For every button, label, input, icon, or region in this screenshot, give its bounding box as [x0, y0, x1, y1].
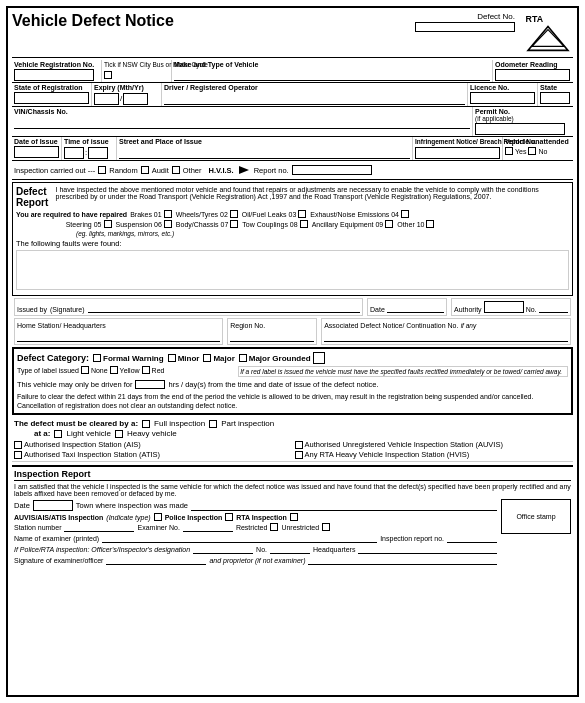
repair-oil-cb[interactable] — [298, 210, 306, 218]
date-issue-label: Date of Issue — [14, 138, 59, 145]
state-input[interactable] — [540, 92, 570, 104]
station-label: Station number — [14, 524, 61, 531]
vehicle-reg-label: Vehicle Registration No. — [14, 61, 99, 68]
faults-area[interactable] — [16, 250, 569, 290]
drive-hrs-input[interactable] — [135, 380, 165, 389]
part-inspection-checkbox[interactable] — [209, 420, 217, 428]
police-insp-cb[interactable] — [225, 513, 233, 521]
vin-input[interactable] — [14, 119, 470, 129]
random-checkbox[interactable] — [98, 166, 106, 174]
office-stamp-label: Office stamp — [516, 513, 555, 520]
home-station-label: Home Station/ Headquarters — [17, 322, 106, 329]
expiry-month-input[interactable] — [94, 93, 119, 105]
auvis-checkbox[interactable] — [295, 441, 303, 449]
heavy-vehicle-checkbox[interactable] — [115, 430, 123, 438]
tick-checkbox[interactable] — [104, 71, 112, 79]
sig-no-label: No. — [526, 306, 537, 313]
vehicle-reg-input[interactable] — [14, 69, 94, 81]
audit-checkbox[interactable] — [141, 166, 149, 174]
home-station-input[interactable] — [17, 332, 220, 342]
formal-warning-checkbox[interactable] — [93, 354, 101, 362]
repair-tow-cb[interactable] — [300, 220, 308, 228]
authority-input[interactable] — [484, 301, 524, 313]
repair-steering-cb[interactable] — [104, 220, 112, 228]
report-no-input[interactable] — [292, 165, 372, 175]
state-reg-input[interactable] — [14, 92, 89, 104]
inspection-report-title: Inspection Report — [14, 469, 571, 481]
town-input[interactable] — [191, 500, 497, 511]
permit-input[interactable] — [475, 123, 565, 135]
infringement-input[interactable] — [415, 147, 500, 159]
sig-officer-input[interactable] — [106, 555, 206, 565]
make-type-input[interactable] — [174, 72, 490, 81]
officer-no-input[interactable] — [270, 544, 310, 554]
repair-other-cb[interactable] — [426, 220, 434, 228]
associated-label: Associated Defect Notice/ Continuation N… — [324, 322, 458, 329]
if-any-label: if any — [461, 322, 477, 329]
clear-defect-title: The defect must be cleared by a: — [14, 419, 138, 428]
proprietor-input[interactable] — [308, 555, 497, 565]
repair-exhaust-label: Exhaust/Noise Emissions 04 — [310, 211, 399, 218]
yes-checkbox[interactable] — [505, 147, 513, 155]
page-title: Vehicle Defect Notice — [12, 12, 174, 30]
part-inspection-label: Part inspection — [221, 419, 274, 428]
repair-ancillary-cb[interactable] — [385, 220, 393, 228]
none-checkbox[interactable] — [81, 366, 89, 374]
repair-other-label: Other 10 — [397, 221, 424, 228]
repair-suspension-cb[interactable] — [164, 220, 172, 228]
major-checkbox[interactable] — [203, 354, 211, 362]
insp-date-input[interactable] — [33, 500, 73, 511]
station-input[interactable] — [64, 522, 134, 532]
time-hour-input[interactable] — [64, 147, 84, 159]
ais-checkbox[interactable] — [14, 441, 22, 449]
auvis-ais-atis-cb[interactable] — [154, 513, 162, 521]
make-type-label: Make and Type of Vehicle — [174, 61, 490, 68]
major-grounded-checkbox[interactable] — [239, 354, 247, 362]
region-input[interactable] — [230, 332, 314, 342]
arrow-icon — [237, 163, 251, 177]
repair-body-cb[interactable] — [230, 220, 238, 228]
odometer-input[interactable] — [495, 69, 570, 81]
insp-report-no-input[interactable] — [447, 533, 497, 543]
rta-insp-cb[interactable] — [290, 513, 298, 521]
licence-input[interactable] — [470, 92, 535, 104]
minor-checkbox[interactable] — [168, 354, 176, 362]
authority-no-input[interactable] — [539, 301, 568, 313]
no-checkbox[interactable] — [528, 147, 536, 155]
repair-brakes-cb[interactable] — [164, 210, 172, 218]
hvis-clear-label: Any RTA Heavy Vehicle Inspection Station… — [305, 450, 470, 459]
expiry-year-input[interactable] — [123, 93, 148, 105]
officer-designation-input[interactable] — [193, 544, 253, 554]
light-vehicle-checkbox[interactable] — [54, 430, 62, 438]
full-inspection-checkbox[interactable] — [142, 420, 150, 428]
yellow-checkbox[interactable] — [110, 366, 118, 374]
other-checkbox[interactable] — [172, 166, 180, 174]
sig-date-input[interactable] — [387, 301, 444, 313]
proprietor-label: and proprietor (if not examiner) — [209, 557, 305, 564]
permit-sub-label: (if applicable) — [475, 115, 571, 122]
police-insp-label: Police Inspection — [165, 514, 223, 521]
street-input[interactable] — [119, 149, 410, 159]
defect-no-input[interactable] — [415, 22, 515, 32]
expiry-label: Expiry (Mth/Yr) — [94, 84, 159, 91]
restricted-cb[interactable] — [270, 523, 278, 531]
driver-input[interactable] — [164, 95, 465, 105]
date-issue-input[interactable] — [14, 146, 59, 158]
headquarters-input[interactable] — [358, 544, 497, 554]
ancillary-sub: (eg. lights, markings, mirrors, etc.) — [76, 230, 569, 237]
signature-input[interactable] — [88, 301, 360, 313]
associated-input[interactable] — [324, 332, 568, 342]
hvis-clear-checkbox[interactable] — [295, 451, 303, 459]
red-checkbox[interactable] — [142, 366, 150, 374]
time-min-input[interactable] — [88, 147, 108, 159]
major-grounded-large-cb[interactable] — [313, 352, 325, 364]
repair-wheels-cb[interactable] — [230, 210, 238, 218]
satisfied-text: I am satisfied that the vehicle I inspec… — [14, 483, 571, 497]
repair-exhaust-cb[interactable] — [401, 210, 409, 218]
examiner-input[interactable] — [183, 522, 233, 532]
name-examiner-input[interactable] — [102, 533, 377, 543]
faults-label: The following faults were found: — [16, 239, 569, 248]
red-note: If a red label is issued the vehicle mus… — [240, 368, 562, 375]
atis-checkbox[interactable] — [14, 451, 22, 459]
unrestricted-cb[interactable] — [322, 523, 330, 531]
